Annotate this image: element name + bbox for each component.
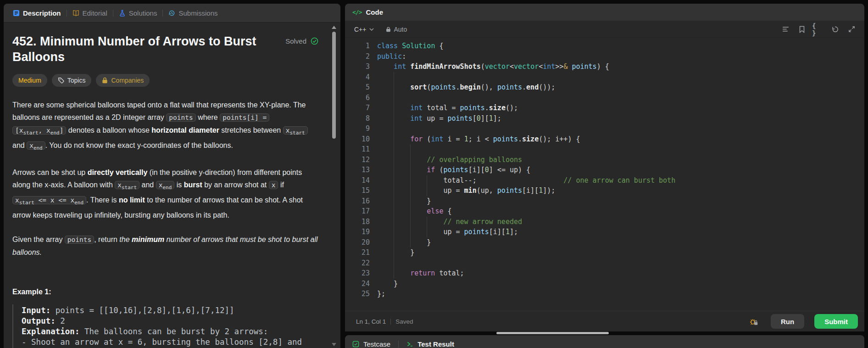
tab-editorial[interactable]: Editorial <box>68 9 112 17</box>
code-line[interactable]: 25}; <box>349 289 864 299</box>
code-editor-panel: </> Code C++ Auto <box>345 4 864 331</box>
topics-label: Topics <box>67 77 86 84</box>
editor-toolbar: C++ Auto { } <box>345 21 864 38</box>
tab-label: Description <box>23 9 61 17</box>
cursor-position: Ln 1, Col 1 <box>356 318 386 325</box>
code-line[interactable]: 2public: <box>349 51 864 62</box>
description-tabs-bar: Description Editorial Solutions <box>4 4 340 22</box>
code-line[interactable]: 8int up = points[0][1]; <box>349 113 864 124</box>
auto-toggle[interactable]: Auto <box>386 26 407 33</box>
scrollbar-thumb[interactable] <box>332 32 336 139</box>
tab-testcase[interactable]: Testcase <box>363 340 390 348</box>
code-line[interactable]: 1class Solution { <box>349 41 864 51</box>
description-panel: Description Editorial Solutions <box>4 4 340 348</box>
code-panel-header: </> Code <box>345 4 864 21</box>
tab-divider <box>113 10 113 17</box>
code-line[interactable]: 4 <box>349 72 864 83</box>
example-output-line: Output: 2 <box>22 316 318 326</box>
problem-description-body: 452. Minimum Number of Arrows to Burst B… <box>4 22 340 348</box>
scrollbar-up-arrow[interactable] <box>332 26 336 29</box>
code-line[interactable]: 21} <box>349 247 864 258</box>
code-line[interactable]: 19up = points[i][1]; <box>349 227 864 237</box>
code-line[interactable]: 17else { <box>349 206 864 217</box>
undo-icon[interactable] <box>829 23 841 35</box>
tag-icon <box>58 77 64 84</box>
explanation-label: Explanation: <box>22 327 79 336</box>
code-line[interactable]: 9 <box>349 123 864 134</box>
difficulty-badge[interactable]: Medium <box>12 74 47 87</box>
braces-icon[interactable]: { } <box>812 23 825 35</box>
horizontal-scrollbar-thumb[interactable] <box>496 332 609 334</box>
problem-title: 452. Minimum Number of Arrows to Burst B… <box>12 34 285 65</box>
problem-paragraph-3: Given the array points, return the minim… <box>12 233 318 258</box>
tab-divider <box>162 10 163 17</box>
example-input-line: Input: points = [[10,16],[2,8],[1,6],[7,… <box>22 305 318 316</box>
code-line[interactable]: 10for (int i = 1; i < points.size(); i++… <box>349 134 864 145</box>
tab-description[interactable]: Description <box>8 9 66 17</box>
code-line[interactable]: 23return total; <box>349 268 864 279</box>
editorial-icon <box>72 10 79 17</box>
code-line[interactable]: 22 <box>349 258 864 269</box>
scrollbar-down-arrow[interactable] <box>332 343 336 346</box>
problem-paragraph-2: Arrows can be shot up directly verticall… <box>12 166 318 221</box>
code-line[interactable]: 3int findMinArrowShots(vector<vector<int… <box>349 62 864 72</box>
code-line[interactable]: 16} <box>349 196 864 207</box>
tab-label: Editorial <box>83 9 107 17</box>
code-line[interactable]: 18// new arrow needed <box>349 217 864 227</box>
example-explanation-line: Explanation: The balloons can be burst b… <box>22 326 318 337</box>
code-line[interactable]: 7int total = points.size(); <box>349 103 864 113</box>
example-1-heading: Example 1: <box>12 288 318 296</box>
solved-label: Solved <box>285 37 306 45</box>
editor-status-bar: Ln 1, Col 1 Saved Run Submit <box>345 311 864 331</box>
tab-submissions[interactable]: Submissions <box>164 9 222 17</box>
tab-label: Solutions <box>129 9 157 17</box>
output-value: 2 <box>56 316 65 326</box>
companies-label: Companies <box>111 77 144 84</box>
meta-chips: Medium Topics Companies <box>12 74 318 87</box>
companies-chip[interactable]: Companies <box>96 74 150 87</box>
tab-label: Submissions <box>178 9 217 17</box>
topics-chip[interactable]: Topics <box>52 74 92 87</box>
code-line[interactable]: 5sort(points.begin(), points.end()); <box>349 82 864 93</box>
code-editor[interactable]: 1class Solution {2public:3int findMinArr… <box>345 38 864 311</box>
run-button[interactable]: Run <box>771 314 804 329</box>
testcase-check-icon <box>352 341 359 348</box>
lock-icon <box>386 27 391 32</box>
console-tabs-bar: Testcase Test Result <box>345 335 864 348</box>
leetcode-problem-page: Description Editorial Solutions <box>0 0 868 348</box>
submit-button[interactable]: Submit <box>814 314 858 329</box>
saved-status: Saved <box>395 318 413 325</box>
debugger-locked-icon[interactable] <box>748 317 760 326</box>
auto-label: Auto <box>394 26 407 33</box>
chevron-down-icon <box>369 28 374 31</box>
language-selector[interactable]: C++ <box>351 24 377 35</box>
code-icon: </> <box>352 9 362 16</box>
code-line[interactable]: 11 <box>349 144 864 155</box>
format-lines-icon[interactable] <box>779 23 792 35</box>
output-label: Output: <box>22 316 56 326</box>
expand-icon[interactable] <box>845 23 858 35</box>
example-explanation-detail: - Shoot an arrow at x = 6, bursting the … <box>22 337 318 348</box>
code-line[interactable]: 20} <box>349 237 864 248</box>
code-line[interactable]: 12// overlapping balloons <box>349 155 864 165</box>
difficulty-label: Medium <box>18 77 41 84</box>
code-line[interactable]: 14total--; // one arrow can burst both <box>349 175 864 186</box>
code-line[interactable]: 6 <box>349 93 864 103</box>
editor-column: </> Code C++ Auto <box>345 4 864 348</box>
bookmark-icon[interactable] <box>796 23 808 35</box>
status-divider <box>390 319 391 325</box>
solutions-icon <box>119 10 126 17</box>
lock-icon <box>102 77 108 84</box>
code-line[interactable]: 15up = min(up, points[i][1]); <box>349 185 864 196</box>
tab-solutions[interactable]: Solutions <box>114 9 162 17</box>
problem-paragraph-1: There are some spherical balloons taped … <box>12 99 318 154</box>
input-label: Input: <box>22 306 50 315</box>
code-line[interactable]: 24} <box>349 279 864 289</box>
explanation-value: The balloons can be burst by 2 arrows: <box>79 327 268 336</box>
example-1-block: Input: points = [[10,16],[2,8],[1,6],[7,… <box>12 304 318 348</box>
tab-test-result[interactable]: Test Result <box>417 340 454 348</box>
code-line[interactable]: 13if (points[i][0] <= up) { <box>349 165 864 175</box>
panel-gap <box>345 331 864 335</box>
input-value: points = [[10,16],[2,8],[1,6],[7,12]] <box>50 306 234 315</box>
code-panel-title: Code <box>366 8 383 16</box>
